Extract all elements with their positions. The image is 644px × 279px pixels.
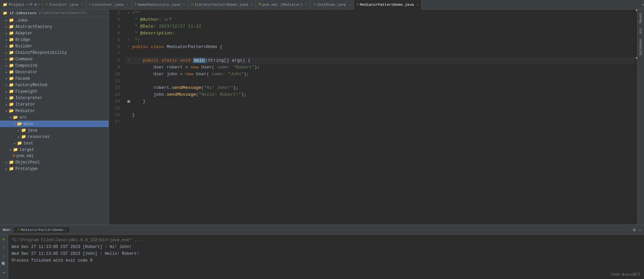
tree-item-pomxml[interactable]: Mpom.xml [0,153,109,159]
tab-label-iterator: Iterator.java [49,3,78,7]
right-tab-database[interactable]: Database [638,37,643,57]
tree-icon-composite: 📁 [9,63,14,68]
close-icon[interactable]: — [38,2,40,7]
tree-arrow-objectpool[interactable]: ▸ [4,160,9,165]
tree-label-java: java [28,128,37,133]
tree-item-src[interactable]: ▾📂src [0,114,109,121]
tree-item-prototype[interactable]: ▸📁Prototype [0,166,109,172]
sync-icon[interactable]: ⟳ [29,2,33,7]
run-wrap-icon[interactable]: ↩ [2,269,6,276]
tree-label-facade: Facade [15,76,30,81]
tab-namerepo[interactable]: JNameRepository.java✕ [131,0,188,10]
tab-close-mediatordemo[interactable]: ✕ [417,3,419,7]
tab-iterator[interactable]: JIterator.java✕ [43,0,86,10]
bottom-content: ▶ ↑ ↓ 🔍 ↩ "C:\Program Files\Java\jdk1.8.… [0,235,644,279]
tree-arrow-abstractfactory[interactable]: ▸ [4,25,9,29]
tree-arrow-chainofresponsibility[interactable]: ▸ [4,51,9,55]
tree-item-bridge[interactable]: ▸📁Bridge [0,36,109,43]
tree-arrow-bridge[interactable]: ▸ [4,38,9,42]
tree-item-command[interactable]: ▸📁Command [0,56,109,62]
run-play-icon[interactable]: ▶ [2,236,6,243]
tree-arrow-target[interactable]: ▸ [8,148,13,152]
tree-arrow-java[interactable]: ▸ [16,128,21,133]
tree-item-factorymethod[interactable]: ▸📁FactoryMethod [0,82,109,88]
tree-item-abstractfactory[interactable]: ▸📁AbstractFactory [0,24,109,30]
tab-pomxml[interactable]: Mpom.xml (Mediator)✕ [256,0,311,10]
tree-arrow-interpreter[interactable]: ▸ [4,96,9,100]
tree-label-bridge: Bridge [15,37,30,42]
run-down-icon[interactable]: ↓ [2,253,6,259]
code-text-5: */ [132,37,140,44]
tree-item-facade[interactable]: ▸📁Facade [0,75,109,82]
tab-close-chatroom[interactable]: ✕ [349,3,351,7]
line-num-15: 15 [110,105,120,112]
tree-item-chainofresponsibility[interactable]: ▸📁ChainofResponsibility [0,49,109,56]
fold-btn-1[interactable]: ▾ [128,10,130,16]
tree-item-test[interactable]: ▸📁test [0,140,109,146]
tree-arrow-adapter[interactable]: ▸ [4,31,9,35]
tab-chatroom[interactable]: JChatRoom.java✕ [311,0,354,10]
tab-iteratordemo1[interactable]: JIteratorPatternDemo.java✕ [188,0,256,10]
tree-item-interpreter[interactable]: ▸📁Interpreter [0,95,109,101]
tab-icon-namerepo: J [134,3,136,6]
right-tab-maven[interactable]: Maven [638,11,643,25]
tree-item-objectpool[interactable]: ▸📁ObjectPool [0,159,109,166]
settings-icon[interactable]: ⚙ [34,2,36,7]
tree-item-idea[interactable]: ▸📁.idea [0,17,109,24]
tree-arrow-command[interactable]: ▸ [4,57,9,61]
tree-icon-test: 📁 [17,141,22,146]
tab-close-iteratordemo1[interactable]: ✕ [251,3,253,7]
tree-item-decorator[interactable]: ▸📁Decorator [0,69,109,75]
project-dropdown-icon[interactable]: ▾ [26,3,28,7]
run-tab[interactable]: J MediatorPatternDemo ✕ [14,227,69,233]
tree-arrow-prototype[interactable]: ▸ [4,167,9,171]
run-tab-close[interactable]: ✕ [65,228,67,232]
tree-label-resources: resources [28,135,50,139]
fold-btn-5[interactable]: ▾ [128,37,130,44]
tree-arrow-composite[interactable]: ▸ [4,64,9,68]
tree-item-builder[interactable]: ▸📁Builder [0,43,109,49]
tree-arrow-flyweight[interactable]: ▸ [4,90,9,94]
tree-arrow-src[interactable]: ▾ [8,115,13,120]
tree-arrow-decorator[interactable]: ▸ [4,70,9,74]
tab-overflow-icon[interactable]: » [642,3,644,7]
tree-arrow-iterator[interactable]: ▸ [4,103,9,107]
main-area: 📁 lf-23Pattern D:\wenjian\workspace\lf-2… [0,10,644,224]
tree-arrow-builder[interactable]: ▸ [4,44,9,48]
right-tab-ant[interactable]: Ant [638,26,643,36]
tree-item-main[interactable]: ▾📂main [0,121,109,127]
bottom-settings-icon[interactable]: ⚙ [633,227,635,233]
tree-arrow-main[interactable]: ▾ [12,122,17,126]
fold-btn-8[interactable]: ▾ [128,57,130,64]
tree-item-resources[interactable]: ▸📁resources [0,134,109,140]
tab-close-namerepo[interactable]: ✕ [183,3,185,7]
sidebar: 📁 lf-23Pattern D:\wenjian\workspace\lf-2… [0,10,109,224]
tree-item-target[interactable]: ▸📁target [0,146,109,153]
tree-arrow-facade[interactable]: ▸ [4,77,9,81]
tree-icon-chainofresponsibility: 📁 [9,50,14,55]
tree-item-iterator[interactable]: ▸📁Iterator [0,101,109,108]
tree-item-flyweight[interactable]: ▸📁Flyweight [0,88,109,95]
tree-item-java[interactable]: ▸📁java [0,127,109,134]
project-header[interactable]: 📁 Project ▾ ⟳ ⚙ — [1,0,43,10]
tab-close-container[interactable]: ✕ [126,3,128,7]
tab-close-pomxml[interactable]: ✕ [305,3,308,7]
run-filter-icon[interactable]: 🔍 [1,261,7,267]
code-content[interactable]: ▾/** * @Author: srf * @Date: 2023/12/27 … [123,10,635,224]
tree-arrow-factorymethod[interactable]: ▸ [4,83,9,87]
bottom-right-icons: ⚙ — [633,227,641,233]
line-num-7: 7 [110,50,120,57]
run-up-icon[interactable]: ↑ [2,245,6,251]
tree-item-composite[interactable]: ▸📁Composite [0,62,109,69]
bottom-minimize-icon[interactable]: — [639,227,641,233]
tree-item-mediator[interactable]: ▾📂Mediator [0,108,109,114]
tree-arrow-mediator[interactable]: ▾ [4,109,9,113]
tree-arrow-idea[interactable]: ▸ [4,18,9,22]
tab-mediatordemo[interactable]: JMediatorPatternDemo.java✕ [354,0,422,10]
tree-arrow-test[interactable]: ▸ [12,141,17,145]
tree-item-adapter[interactable]: ▸📁Adapter [0,30,109,36]
tab-container[interactable]: JContainer.java✕ [86,0,131,10]
fold-btn-6[interactable]: ▾ [128,44,130,50]
tab-close-iterator[interactable]: ✕ [81,3,83,7]
tree-arrow-resources[interactable]: ▸ [16,135,21,139]
